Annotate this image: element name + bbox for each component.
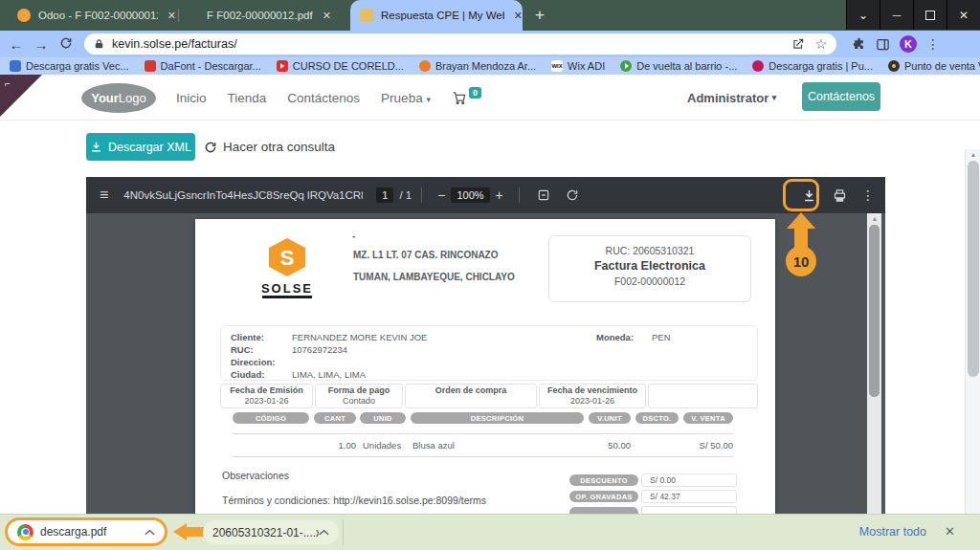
page-scrollbar-thumb[interactable] bbox=[968, 161, 979, 377]
tab-pdf[interactable]: F F002-00000012.pdf ✕ bbox=[189, 0, 348, 31]
account-menu[interactable]: Administrator ▾ bbox=[687, 75, 776, 121]
pdf-zoom-level[interactable]: 100% bbox=[451, 187, 489, 203]
retry-query-button[interactable]: Hacer otra consulta bbox=[204, 133, 335, 161]
cart-button[interactable]: 0 bbox=[452, 91, 481, 105]
download-xml-button[interactable]: Descargar XML bbox=[86, 133, 195, 161]
client-address-label: Direccion: bbox=[231, 357, 275, 367]
chevron-up-icon[interactable] bbox=[319, 529, 329, 536]
table-rule bbox=[233, 456, 733, 457]
tab-search-icon[interactable]: ⌄ bbox=[846, 0, 880, 30]
row-cant: 1.00 bbox=[301, 440, 356, 451]
pdf-page-count: / 1 bbox=[399, 189, 412, 201]
invoice-id-box: RUC: 20605310321 Factura Electronica F00… bbox=[548, 235, 751, 302]
bookmark-item[interactable]: Punto de venta Ven... bbox=[888, 60, 980, 72]
bookmark-item[interactable]: DaFont - Descargar... bbox=[145, 60, 261, 72]
downloads-divider bbox=[343, 519, 344, 545]
observations-label: Observaciones bbox=[222, 470, 289, 481]
bookmark-label: De vuelta al barrio -... bbox=[636, 60, 737, 72]
minimize-button[interactable]: ─ bbox=[880, 0, 913, 30]
reload-icon[interactable] bbox=[54, 36, 78, 53]
scroll-up-icon[interactable]: ▲ bbox=[966, 151, 980, 158]
download-chip-xml[interactable]: 20605310321-01-....xml bbox=[203, 520, 339, 544]
row-vventa: S/ 50.00 bbox=[674, 440, 733, 451]
menu-dots-icon[interactable]: ⋮ bbox=[926, 36, 940, 52]
browser-tab-bar: Odoo - F F002-00000012 (Shop/ ✕ F F002-0… bbox=[0, 0, 980, 31]
cart-icon bbox=[452, 91, 467, 105]
nav-prueba[interactable]: Prueba ▾ bbox=[381, 91, 431, 105]
bookmark-item[interactable]: De vuelta al barrio -... bbox=[620, 60, 737, 72]
extensions-icon[interactable] bbox=[852, 37, 866, 52]
pdf-scrollbar[interactable]: ▲ bbox=[867, 213, 881, 514]
pdf-toolbar: ≡ 4N0vkSuLjGsncrInTo4HesJC8SreQq lRQVa1C… bbox=[86, 177, 885, 213]
tab-close-icon[interactable]: ✕ bbox=[167, 10, 176, 22]
annotation-arrow-head bbox=[787, 212, 815, 229]
bookmark-star-icon[interactable]: ☆ bbox=[814, 36, 827, 52]
page-scrollbar[interactable]: ▲ ▼ bbox=[965, 149, 980, 514]
bookmark-favicon bbox=[752, 60, 764, 72]
invoice-dates-row: Fecha de Emisión2023-01-26 Forma de pago… bbox=[220, 384, 758, 408]
nav-tienda[interactable]: Tienda bbox=[228, 91, 267, 105]
address-bar[interactable]: kevin.solse.pe/facturas/ ☆ bbox=[84, 33, 836, 55]
client-city: LIMA, LIMA, LIMA bbox=[292, 369, 366, 380]
doc-number: F002-00000012 bbox=[549, 275, 750, 287]
lock-icon bbox=[94, 38, 104, 50]
table-rule bbox=[233, 433, 733, 434]
row-unid: Unidades bbox=[363, 440, 401, 451]
show-all-downloads-link[interactable]: Mostrar todo bbox=[859, 525, 926, 539]
bookmark-favicon bbox=[620, 60, 632, 72]
bookmark-label: Wix ADI bbox=[568, 60, 605, 72]
side-panel-icon[interactable] bbox=[876, 37, 890, 52]
site-logo[interactable]: YourLogo bbox=[81, 83, 156, 113]
logo-text-bold: Your bbox=[91, 91, 119, 105]
pdf-more-icon[interactable]: ⋮ bbox=[861, 187, 875, 203]
share-icon[interactable] bbox=[791, 37, 805, 51]
close-button[interactable]: ✕ bbox=[947, 0, 980, 30]
tab-respuesta-cpe[interactable]: Respuesta CPE | My Website ✕ bbox=[350, 0, 523, 31]
pdf-menu-icon[interactable]: ≡ bbox=[100, 187, 108, 204]
bookmark-item[interactable]: Brayan Mendoza Ar... bbox=[419, 60, 536, 72]
annotation-box-download bbox=[783, 179, 819, 211]
download-chip-pdf[interactable]: descarga.pdf bbox=[5, 517, 167, 546]
pdf-page-input[interactable]: 1 bbox=[376, 187, 393, 203]
currency-value: PEN bbox=[652, 332, 671, 342]
bookmark-item[interactable]: CURSO DE CORELD... bbox=[277, 60, 404, 72]
wix-favicon: WIX bbox=[551, 60, 563, 72]
tab-close-icon[interactable]: ✕ bbox=[323, 10, 331, 22]
terms-text: Términos y condiciones: http://kevin16.s… bbox=[222, 495, 486, 506]
company-dash: - bbox=[352, 231, 355, 241]
back-icon[interactable]: ← bbox=[4, 36, 29, 53]
chevron-up-icon[interactable] bbox=[145, 529, 155, 536]
forward-icon[interactable]: → bbox=[29, 36, 54, 53]
close-downloads-icon[interactable]: ✕ bbox=[945, 524, 955, 539]
print-icon[interactable] bbox=[833, 188, 847, 203]
contact-button[interactable]: Contáctenos bbox=[802, 82, 880, 111]
scroll-up-icon[interactable]: ▲ bbox=[867, 215, 882, 222]
download-icon bbox=[90, 141, 102, 153]
profile-avatar[interactable]: K bbox=[900, 35, 917, 53]
tab-odoo[interactable]: Odoo - F F002-00000012 (Shop/ ✕ bbox=[8, 0, 176, 31]
pdf-scrollbar-thumb[interactable] bbox=[869, 225, 880, 397]
tab-close-icon[interactable]: ✕ bbox=[514, 10, 523, 22]
tab-title: Respuesta CPE | My Website bbox=[381, 10, 504, 21]
cart-count-badge: 0 bbox=[469, 87, 481, 99]
currency-label: Moneda: bbox=[596, 332, 634, 342]
nav-inicio[interactable]: Inicio bbox=[176, 91, 207, 105]
download-filename: 20605310321-01-....xml bbox=[212, 526, 319, 539]
annotation-step-badge: 10 bbox=[786, 246, 816, 276]
bookmark-item[interactable]: WIXWix ADI bbox=[551, 60, 605, 72]
bookmark-label: CURSO DE CORELD... bbox=[293, 60, 404, 72]
new-tab-button[interactable]: + bbox=[528, 4, 551, 27]
bookmark-item[interactable]: Descarga gratis Vec... bbox=[10, 60, 129, 72]
window-controls: ⌄ ─ ✕ bbox=[846, 0, 980, 30]
nav-contactenos[interactable]: Contáctenos bbox=[287, 91, 360, 105]
zoom-in-icon[interactable]: + bbox=[496, 187, 503, 203]
total-taxed-label: OP. GRAVADAS bbox=[569, 491, 638, 502]
bookmark-label: Punto de venta Ven... bbox=[904, 60, 980, 72]
maximize-button[interactable] bbox=[913, 0, 947, 30]
bookmark-item[interactable]: Descarga gratis | Pu... bbox=[752, 60, 873, 72]
pdf-toolbar-divider bbox=[519, 187, 520, 203]
rotate-icon[interactable] bbox=[566, 188, 579, 202]
fit-page-icon[interactable] bbox=[537, 188, 550, 202]
zoom-out-icon[interactable]: − bbox=[437, 187, 445, 203]
url-text: kevin.solse.pe/facturas/ bbox=[112, 37, 782, 51]
